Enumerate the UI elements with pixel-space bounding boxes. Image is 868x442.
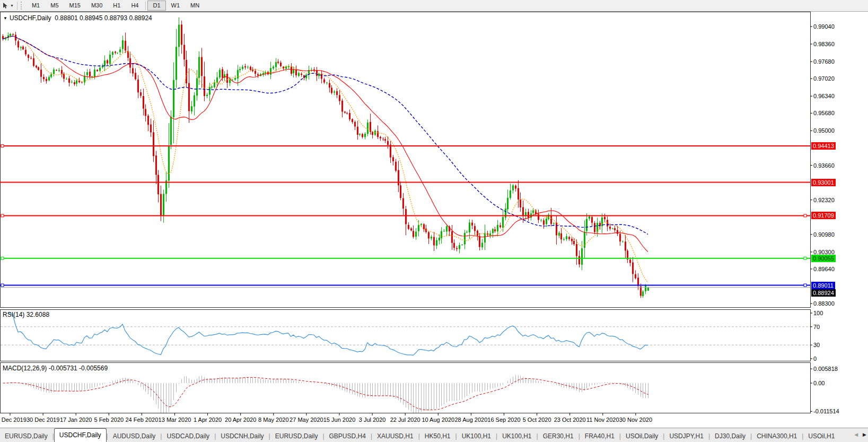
main-chart-panel[interactable]: [0, 12, 811, 308]
timeframe-button-d1[interactable]: D1: [147, 1, 165, 11]
tab-usdcad-daily[interactable]: USDCAD,Daily: [162, 430, 214, 442]
x-axis-label: 13 Mar 2020: [159, 417, 191, 423]
timeframe-toolbar: ▼ M1M5M15M30H1H4D1W1MN: [0, 0, 868, 12]
macd-axis-label: 0.005818: [813, 365, 838, 372]
rsi-axis-label: 100: [813, 309, 823, 317]
tab-audusd-daily[interactable]: AUDUSD,Daily: [108, 430, 161, 442]
x-axis-label: 8 May 2020: [258, 417, 288, 423]
timeframe-button-w1[interactable]: W1: [166, 1, 186, 11]
x-axis-label: 20 Apr 2020: [225, 417, 256, 423]
y-axis-label: 0.89640: [813, 265, 835, 273]
tab-ger30-h1[interactable]: GER30,H1: [538, 430, 578, 442]
macd-axis-label: 0.00: [813, 379, 825, 387]
macd-axis-label: -0.011514: [813, 408, 839, 415]
y-axis-label: 0.96340: [813, 92, 835, 100]
rsi-axis-label: 30: [813, 341, 820, 349]
x-axis-label: 5 Oct 2020: [523, 417, 551, 423]
rsi-axis-label: 0: [813, 355, 817, 362]
tab-scroll-right[interactable]: ▶: [863, 432, 866, 437]
x-axis-label: 11 Nov 2020: [586, 417, 619, 423]
x-axis-label: 30 Dec 2019: [27, 417, 59, 423]
x-axis-label: 24 Feb 2020: [126, 417, 159, 423]
tab-eurusd-daily[interactable]: EURUSD,Daily: [270, 430, 323, 442]
pointer-arrow-icon: [2, 2, 9, 9]
y-axis-label: 0.93660: [813, 162, 835, 169]
rsi-axis-label: 70: [813, 323, 820, 331]
tab-eurusd-daily[interactable]: EURUSD,Daily: [0, 430, 52, 442]
x-axis-label: 3 Jul 2020: [359, 417, 386, 423]
tab-uk100-h1[interactable]: UK100,H1: [457, 430, 496, 442]
x-axis-label: 30 Nov 2020: [619, 417, 652, 423]
timeframe-buttons: M1M5M15M30H1H4D1W1MN: [27, 1, 205, 11]
tab-usdchf-daily[interactable]: USDCHF,Daily: [54, 428, 107, 442]
y-axis-label: 0.95000: [813, 127, 835, 134]
timeframe-button-m1[interactable]: M1: [27, 1, 45, 11]
tab-dj30-daily[interactable]: DJ30,Daily: [710, 430, 750, 442]
tab-scroll-left[interactable]: ◀: [854, 432, 858, 437]
macd-panel[interactable]: [0, 362, 811, 413]
y-axis-label: 0.98360: [813, 40, 835, 48]
bid-price-label: 0.88924: [811, 289, 836, 297]
timeframe-button-m5[interactable]: M5: [45, 1, 64, 11]
y-axis-label: 0.90300: [813, 248, 835, 256]
cursor-tool-icon[interactable]: ▼: [1, 1, 15, 10]
mt4-window: ▼ M1M5M15M30H1H4D1W1MN ▼USDCHF,Daily 0.8…: [0, 0, 868, 442]
x-axis-label: 1 Apr 2020: [194, 417, 222, 423]
price-level-label: 0.94413: [811, 142, 836, 150]
tab-gbpusd-h4[interactable]: GBPUSD,H4: [325, 430, 371, 442]
tab-usoil-h1[interactable]: USOil,H1: [803, 430, 839, 442]
rsi-panel[interactable]: [0, 309, 811, 361]
toolbar-separator: [17, 2, 17, 10]
timeframe-button-h4[interactable]: H4: [126, 1, 144, 11]
tab-xauusd-h1[interactable]: XAUUSD,H1: [372, 430, 418, 442]
tab-fra40-h1[interactable]: FRA40,H1: [580, 430, 619, 442]
x-axis-label: 15 Jun 2020: [323, 417, 356, 423]
y-axis-label: 0.90980: [813, 231, 835, 238]
x-axis-label: 22 Jul 2020: [390, 417, 420, 423]
chart-tab-bar: EURUSD,Daily|USDCHF,Daily|AUDUSD,Daily|U…: [0, 428, 868, 442]
price-level-label: 0.91709: [811, 212, 836, 219]
toolbar-grip[interactable]: [21, 2, 24, 10]
x-axis-label: 23 Oct 2020: [554, 417, 586, 423]
y-axis-label: 0.99040: [813, 23, 835, 30]
y-axis-label: 0.92320: [813, 196, 835, 204]
x-axis-label: 16 Sep 2020: [487, 417, 520, 423]
tab-hk50-h1[interactable]: HK50,H1: [420, 430, 455, 442]
tab-usdcnh-daily[interactable]: USDCNH,Daily: [216, 430, 268, 442]
x-axis-label: 27 May 2020: [290, 417, 323, 423]
timeframe-button-mn[interactable]: MN: [185, 1, 205, 11]
x-axis-label: 5 Feb 2020: [94, 417, 124, 423]
y-axis-label: 0.97020: [813, 75, 835, 82]
x-axis-label: 28 Aug 2020: [454, 417, 487, 423]
tab-usoil-daily[interactable]: USOil,Daily: [621, 430, 663, 442]
timeframe-button-m15[interactable]: M15: [64, 1, 86, 11]
timeframe-button-m30[interactable]: M30: [86, 1, 108, 11]
y-axis-label: 0.95680: [813, 109, 835, 117]
x-axis-label: 10 Aug 2020: [422, 417, 454, 423]
tab-uk100-h1[interactable]: UK100,H1: [497, 430, 536, 442]
price-level-label: 0.89011: [811, 282, 835, 289]
x-axis-label: 17 Jan 2020: [60, 417, 92, 423]
x-axis-label: 11 Dec 2019: [0, 417, 27, 423]
price-level-label: 0.90055: [811, 255, 836, 262]
toolbar-separator: [145, 2, 146, 10]
y-axis-label: 0.97680: [813, 58, 835, 65]
y-axis-label: 0.88300: [813, 300, 835, 307]
tab-china300-h1[interactable]: CHINA300,H1: [752, 430, 802, 442]
tab-scroll-arrows: ◀ ▶: [851, 432, 866, 437]
dropdown-caret-icon: ▼: [10, 4, 14, 7]
tab-usdjpy-h1[interactable]: USDJPY,H1: [664, 430, 708, 442]
price-level-label: 0.93001: [811, 179, 836, 186]
timeframe-button-h1[interactable]: H1: [108, 1, 126, 11]
